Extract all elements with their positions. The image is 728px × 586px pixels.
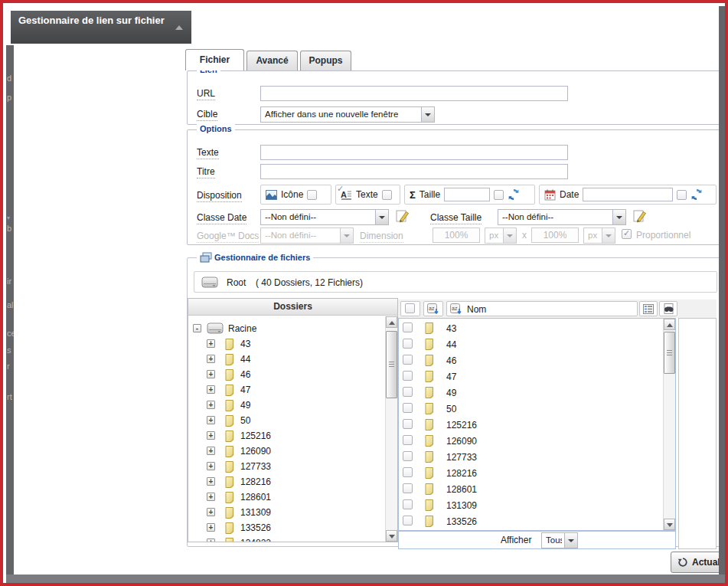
classe-taille-select[interactable]: --Non défini-- — [498, 209, 626, 225]
file-name-label[interactable]: 128216 — [446, 468, 477, 479]
expand-node-icon[interactable]: + — [207, 431, 215, 440]
file-name-label[interactable]: 50 — [446, 404, 456, 414]
file-list-row[interactable]: 47 — [399, 368, 663, 385]
row-checkbox[interactable] — [403, 467, 413, 477]
file-list-row[interactable]: 50 — [399, 401, 663, 417]
file-list-row[interactable]: 127733 — [399, 449, 663, 465]
row-checkbox[interactable] — [403, 403, 413, 413]
scroll-up-button[interactable] — [664, 319, 675, 330]
expand-node-icon[interactable]: + — [207, 477, 215, 486]
tree-node-label[interactable]: 44 — [240, 354, 250, 365]
tree-node-folder[interactable]: + 128601 — [188, 489, 385, 505]
tree-node-label[interactable]: 127733 — [240, 461, 271, 472]
file-name-label[interactable]: 133526 — [446, 516, 477, 527]
tree-node-label[interactable]: 126090 — [240, 446, 271, 457]
row-checkbox[interactable] — [403, 419, 413, 429]
tree-node-label[interactable]: 49 — [240, 400, 250, 411]
row-checkbox[interactable] — [403, 516, 413, 525]
tree-node-label[interactable]: 131309 — [240, 507, 271, 518]
tree-node-label[interactable]: 128601 — [240, 492, 271, 503]
collapse-node-icon[interactable]: - — [193, 324, 201, 332]
tree-node-label[interactable]: Racine — [228, 323, 256, 334]
select-all-checkbox[interactable] — [405, 303, 415, 313]
tree-node-label[interactable]: 50 — [240, 415, 250, 426]
row-checkbox[interactable] — [403, 499, 413, 509]
file-list-row[interactable]: 128216 — [399, 465, 663, 481]
chevron-down-icon[interactable] — [375, 210, 388, 224]
row-checkbox[interactable] — [403, 387, 413, 397]
tree-node-folder[interactable]: + 126090 — [188, 444, 385, 459]
row-checkbox[interactable] — [403, 339, 413, 349]
expand-node-icon[interactable]: + — [207, 401, 215, 409]
file-list-row[interactable]: 49 — [399, 385, 663, 401]
chevron-down-icon[interactable] — [612, 210, 625, 224]
chevron-down-icon[interactable] — [421, 107, 434, 122]
row-checkbox[interactable] — [403, 435, 413, 445]
file-name-label[interactable]: 128601 — [446, 484, 477, 495]
file-list-row[interactable]: 43 — [399, 320, 663, 336]
expand-node-icon[interactable]: + — [207, 385, 215, 394]
view-mode-button[interactable] — [639, 301, 658, 316]
tree-node-label[interactable]: 47 — [240, 385, 250, 395]
scroll-down-button[interactable] — [386, 530, 397, 542]
scrollbar-thumb[interactable] — [386, 331, 397, 398]
file-name-label[interactable]: 127733 — [446, 452, 477, 463]
select-all-cell[interactable] — [400, 301, 420, 316]
classe-date-select[interactable]: --Non défini-- — [260, 209, 389, 225]
file-name-label[interactable]: 47 — [446, 372, 456, 382]
tree-node-folder[interactable]: + 44 — [188, 352, 385, 367]
expand-node-icon[interactable]: + — [207, 493, 215, 501]
row-checkbox[interactable] — [403, 371, 413, 381]
row-checkbox[interactable] — [403, 483, 413, 493]
file-list-row[interactable]: 44 — [399, 336, 663, 352]
scroll-up-button[interactable] — [386, 316, 397, 328]
tree-node-folder[interactable]: + 43 — [188, 336, 385, 352]
expand-node-icon[interactable]: + — [207, 508, 215, 516]
expand-node-icon[interactable]: + — [207, 370, 215, 378]
scrollbar-thumb[interactable] — [664, 332, 675, 374]
expand-node-icon[interactable]: + — [207, 339, 215, 348]
tree-node-folder[interactable]: + 127733 — [188, 459, 385, 474]
file-list-row[interactable]: 125216 — [399, 417, 663, 433]
file-name-label[interactable]: 126090 — [446, 436, 477, 447]
row-checkbox[interactable] — [403, 451, 413, 461]
dialog-title-bar[interactable]: Gestionnaire de lien sur fichier — [11, 11, 191, 44]
search-button[interactable] — [659, 301, 677, 316]
expand-node-icon[interactable]: + — [207, 462, 215, 470]
tree-node-folder[interactable]: + 134822 — [188, 535, 385, 542]
file-name-label[interactable]: 131309 — [446, 500, 477, 511]
icone-checkbox[interactable] — [307, 190, 317, 200]
tree-node-folder[interactable]: + 47 — [188, 382, 385, 398]
refresh-icon[interactable] — [508, 188, 520, 201]
expand-node-icon[interactable]: + — [207, 539, 215, 542]
titre-input[interactable] — [260, 164, 568, 179]
tree-node-folder[interactable]: + 125216 — [188, 428, 385, 444]
date-input[interactable] — [583, 188, 673, 201]
expand-node-icon[interactable]: + — [207, 447, 215, 455]
tab-avance[interactable]: Avancé — [246, 51, 298, 70]
expand-node-icon[interactable]: + — [207, 523, 215, 532]
tree-node-folder[interactable]: + 50 — [188, 413, 385, 428]
tree-node-root[interactable]: - Racine — [188, 321, 385, 336]
tree-scrollbar[interactable] — [385, 316, 397, 542]
edit-pencil-icon[interactable] — [633, 209, 647, 223]
tree-node-label[interactable]: 134822 — [240, 538, 271, 542]
folders-tree[interactable]: - Racine+ 43+ 44+ 46+ 47+ 49+ 50+ 125216… — [188, 316, 385, 542]
collapse-icon[interactable] — [175, 25, 183, 30]
tree-node-label[interactable]: 43 — [240, 339, 250, 349]
afficher-select[interactable]: Tous — [541, 532, 578, 548]
tree-node-label[interactable]: 46 — [240, 369, 250, 380]
file-name-label[interactable]: 125216 — [446, 420, 477, 430]
tree-node-label[interactable]: 128216 — [240, 476, 271, 487]
tree-node-folder[interactable]: + 133526 — [188, 520, 385, 535]
name-column-header[interactable]: az Nom — [446, 301, 638, 316]
files-list[interactable]: 43 44 46 47 49 50 125216 126090 127733 1… — [399, 320, 663, 531]
taille-input[interactable] — [444, 188, 490, 201]
file-name-label[interactable]: 44 — [446, 339, 456, 350]
tree-node-folder[interactable]: + 131309 — [188, 505, 385, 520]
file-list-row[interactable]: 46 — [399, 352, 663, 368]
row-checkbox[interactable] — [403, 355, 413, 365]
date-checkbox[interactable] — [677, 190, 687, 200]
file-list-row[interactable]: 128601 — [399, 481, 663, 497]
refresh-icon[interactable] — [690, 188, 703, 201]
